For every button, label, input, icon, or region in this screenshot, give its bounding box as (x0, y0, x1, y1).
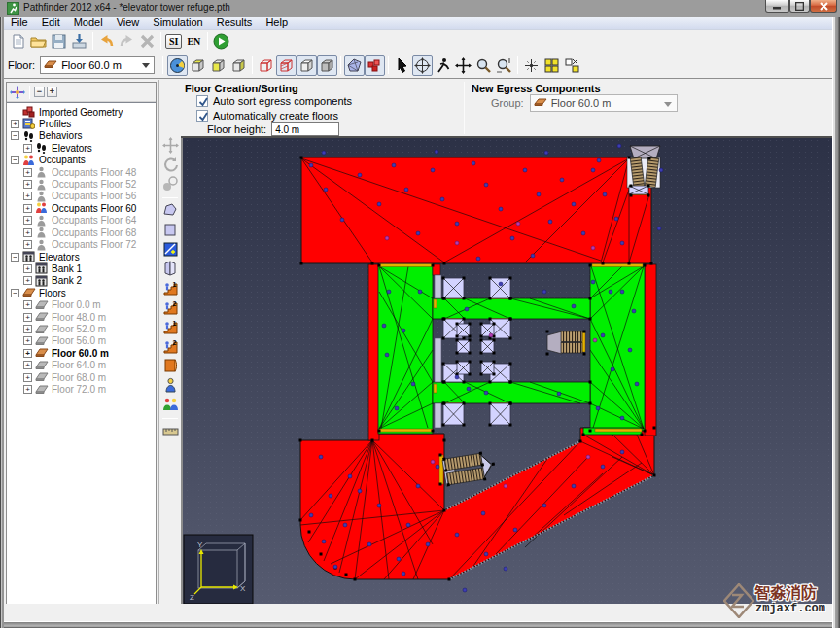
expand-icon[interactable]: + (23, 216, 32, 225)
collapse-icon[interactable]: − (11, 289, 19, 297)
collapse-all-button[interactable]: − (34, 87, 45, 97)
tree-item-occupants-floor-52[interactable]: +Occupants Floor 52 (23, 179, 136, 191)
orbit-tool-button[interactable] (412, 55, 433, 76)
expand-icon[interactable]: + (11, 120, 19, 128)
view-all-button[interactable] (542, 55, 562, 76)
rotate-tool-button[interactable] (160, 156, 180, 174)
gray-cube-button[interactable] (317, 55, 337, 76)
tree-item-floor-48-0-m[interactable]: +Floor 48.0 m (23, 311, 106, 323)
collapse-icon[interactable]: − (11, 131, 19, 140)
delete-x-button[interactable] (137, 31, 158, 52)
collapse-icon[interactable]: − (11, 156, 19, 164)
tree-item-bank-2[interactable]: +Bank 2 (23, 275, 82, 287)
expand-icon[interactable]: + (23, 192, 32, 200)
expand-icon[interactable]: + (23, 144, 32, 153)
measure-tool-button[interactable] (160, 422, 180, 440)
cube-side-view-button[interactable] (228, 55, 249, 76)
en-language-button[interactable]: EN (184, 35, 203, 48)
si-units-button[interactable]: SI (165, 34, 182, 49)
expand-icon[interactable]: + (23, 264, 32, 273)
expand-icon[interactable]: + (23, 276, 32, 285)
view-selection-button[interactable] (562, 55, 582, 76)
expand-icon[interactable]: + (23, 325, 32, 333)
tree-item-occupants-floor-60[interactable]: +Occupants Floor 60 (23, 202, 136, 214)
maximize-button[interactable] (789, 0, 810, 13)
tree-item-floor-0-0-m[interactable]: +Floor 0.0 m (23, 299, 101, 311)
collapse-icon[interactable]: − (11, 253, 19, 262)
tree-item-occupants-floor-48[interactable]: +Occupants Floor 48 (23, 166, 136, 178)
wire-cube-button[interactable] (256, 55, 276, 76)
zoom-box-tool-button[interactable] (494, 55, 514, 76)
solid-cube-button[interactable] (297, 55, 317, 76)
tree-item-floor-60-0-m[interactable]: +Floor 60.0 m (23, 347, 109, 359)
tree-item-occupants[interactable]: −Occupants (11, 155, 86, 166)
pan-tool-button[interactable] (453, 55, 473, 76)
polygon-room-tool-button[interactable] (160, 201, 180, 220)
hatch-cube-button[interactable] (276, 55, 297, 76)
stairs-up-tool-button[interactable]: 1 (160, 279, 180, 297)
expand-icon[interactable]: + (23, 228, 32, 237)
expand-icon[interactable]: + (23, 385, 32, 394)
close-button[interactable] (810, 0, 837, 13)
cube-front-view-button[interactable] (208, 55, 228, 76)
occupant-tool-button[interactable] (160, 376, 180, 395)
expand-icon[interactable]: + (23, 240, 32, 249)
tree-item-occupants-floor-56[interactable]: +Occupants Floor 56 (23, 191, 136, 202)
tree-item-elevators[interactable]: +Elevators (23, 142, 92, 154)
thin-room-tool-button[interactable] (160, 240, 180, 259)
auto-sort-checkbox[interactable] (196, 95, 208, 107)
menu-edit[interactable]: Edit (35, 17, 67, 29)
tree-item-occupants-floor-72[interactable]: +Occupants Floor 72 (23, 239, 136, 251)
tree-item-floor-68-0-m[interactable]: +Floor 68.0 m (23, 371, 106, 383)
expand-icon[interactable]: + (23, 300, 32, 309)
menu-results[interactable]: Results (210, 17, 260, 29)
minimize-button[interactable] (765, 0, 789, 13)
menu-view[interactable]: View (110, 17, 147, 29)
occupant-group-tool-button[interactable] (160, 396, 180, 414)
expand-all-button[interactable]: + (47, 87, 57, 97)
expand-icon[interactable]: + (23, 168, 32, 177)
expand-icon[interactable]: + (23, 349, 32, 358)
save-button[interactable] (49, 31, 69, 52)
runner-button[interactable] (433, 55, 453, 76)
show-results-button[interactable] (365, 55, 385, 76)
doorway-tool-button[interactable] (160, 357, 180, 375)
auto-create-floors-checkbox[interactable] (196, 110, 208, 122)
floor-height-input[interactable]: 4.0 m (271, 122, 339, 136)
tree-item-occupants-floor-68[interactable]: +Occupants Floor 68 (23, 227, 136, 238)
tree-item-behaviors[interactable]: −Behaviors (11, 130, 82, 142)
ramp-up-tool-button[interactable]: 1 (160, 318, 180, 336)
menu-help[interactable]: Help (259, 17, 295, 29)
tree-item-elevators[interactable]: −Elevators (11, 251, 80, 262)
expand-icon[interactable]: + (23, 373, 32, 382)
import-button[interactable] (69, 31, 89, 52)
refresh-colors-icon[interactable] (10, 86, 25, 99)
undo-button[interactable] (96, 31, 117, 52)
expand-icon[interactable]: + (23, 204, 32, 213)
tree-item-occupants-floor-64[interactable]: +Occupants Floor 64 (23, 215, 136, 227)
stairs-down-tool-button[interactable]: 2 (160, 298, 180, 317)
run-simulation-button[interactable] (211, 31, 231, 52)
expand-icon[interactable]: + (23, 361, 32, 369)
tree-item-bank-1[interactable]: +Bank 1 (23, 262, 82, 274)
expand-icon[interactable]: + (23, 336, 32, 345)
center-view-button[interactable] (521, 55, 542, 76)
door-tool-button[interactable] (160, 260, 180, 278)
ramp-down-tool-button[interactable]: 2 (160, 337, 180, 356)
zoom-tool-button[interactable] (473, 55, 494, 76)
new-document-button[interactable] (8, 31, 28, 52)
menu-simulation[interactable]: Simulation (146, 17, 209, 29)
expand-icon[interactable]: + (23, 313, 32, 322)
tree-item-floor-56-0-m[interactable]: +Floor 56.0 m (23, 335, 106, 347)
tree-item-imported-geometry[interactable]: Imported Geometry (11, 106, 122, 118)
tree-item-floors[interactable]: −Floors (11, 287, 66, 298)
show-navmesh-button[interactable] (344, 55, 365, 76)
cube-top-view-button[interactable] (188, 55, 208, 76)
model-canvas[interactable]: YXZ (181, 138, 832, 604)
tree-item-profiles[interactable]: +Profiles (11, 118, 71, 129)
expand-icon[interactable]: + (23, 180, 32, 189)
tree-item-floor-64-0-m[interactable]: +Floor 64.0 m (23, 360, 106, 371)
rectangle-room-tool-button[interactable] (160, 221, 180, 239)
menu-file[interactable]: File (4, 17, 35, 29)
tree-item-floor-52-0-m[interactable]: +Floor 52.0 m (23, 324, 106, 335)
